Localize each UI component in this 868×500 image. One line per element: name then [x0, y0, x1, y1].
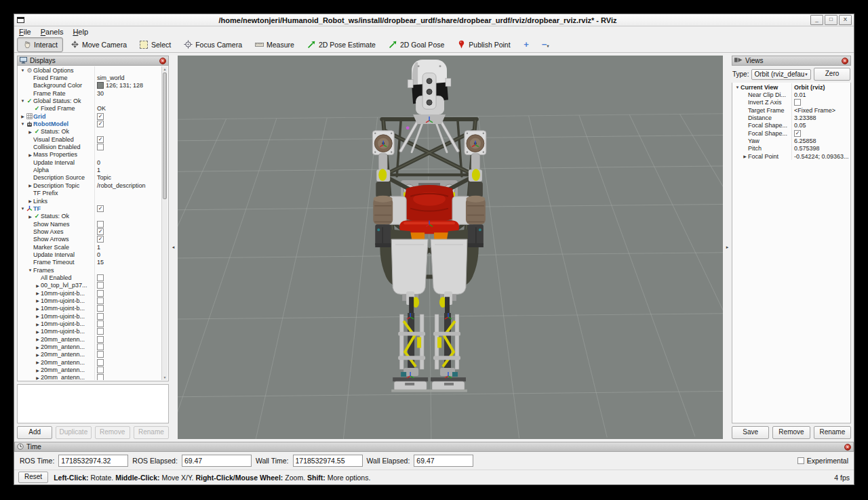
tree-row[interactable]: ▶10mm-ujoint-b...: [18, 297, 162, 304]
menu-item-help[interactable]: Help: [68, 26, 93, 37]
menu-item-panels[interactable]: Panels: [36, 26, 68, 37]
expander-down-icon[interactable]: ▼: [20, 122, 26, 126]
tree-row[interactable]: Update Interval0: [18, 251, 162, 258]
expander-right-icon[interactable]: ▶: [35, 291, 41, 295]
maximize-button[interactable]: □: [825, 15, 837, 25]
expander-right-icon[interactable]: ▶: [35, 337, 41, 341]
tree-row[interactable]: Focal Shape...✓: [733, 129, 850, 137]
checkbox[interactable]: [97, 367, 104, 373]
tree-row[interactable]: ▶Grid✓: [18, 112, 162, 120]
tree-row[interactable]: Description SourceTopic: [18, 174, 162, 182]
tool-goal-pose[interactable]: 2D Goal Pose: [383, 37, 450, 52]
ros-elapsed-input[interactable]: [182, 455, 252, 467]
tree-row[interactable]: ▶Description Topic/robot_description: [18, 182, 162, 189]
tree-row[interactable]: All Enabled: [18, 274, 162, 281]
tree-row[interactable]: ▼TF✓: [18, 205, 162, 212]
expander-down-icon[interactable]: ▼: [20, 99, 26, 103]
views-panel-header[interactable]: Views ✕: [732, 56, 851, 66]
tree-row[interactable]: TF Prefix: [18, 190, 162, 197]
checkbox[interactable]: [97, 144, 104, 150]
expander-down-icon[interactable]: ▼: [20, 68, 26, 72]
add-button[interactable]: Add: [17, 426, 52, 439]
expander-down-icon[interactable]: ▼: [27, 268, 33, 272]
tree-row[interactable]: Invert Z Axis: [733, 99, 850, 106]
tree-row[interactable]: Alpha1: [18, 166, 162, 173]
experimental-checkbox[interactable]: [797, 457, 804, 464]
reset-button[interactable]: Reset: [18, 472, 48, 483]
scroll-up-icon[interactable]: ▲: [162, 66, 167, 72]
collapse-right-icon[interactable]: ▸: [726, 245, 729, 250]
displays-scrollbar[interactable]: ▲ ▼: [161, 66, 167, 380]
tool-focus-camera[interactable]: Focus Camera: [178, 37, 248, 52]
minimize-button[interactable]: _: [810, 15, 823, 25]
checkbox[interactable]: [97, 374, 104, 380]
tree-row[interactable]: ▶20mm_antenn...: [18, 358, 162, 366]
expander-right-icon[interactable]: ▶: [27, 183, 33, 188]
zero-button[interactable]: Zero: [814, 68, 850, 81]
tool-pose-estimate[interactable]: 2D Pose Estimate: [302, 37, 381, 52]
tool-interact[interactable]: Interact: [17, 37, 63, 52]
view-type-dropdown[interactable]: Orbit (rviz_default_ ▼: [751, 69, 811, 80]
checkbox[interactable]: [97, 328, 104, 335]
checkbox[interactable]: [97, 221, 104, 228]
expander-right-icon[interactable]: ▶: [35, 360, 41, 364]
wall-elapsed-input[interactable]: [414, 455, 473, 467]
tree-row[interactable]: ▶10mm-ujoint-b...: [18, 328, 162, 335]
tree-row[interactable]: Frame Rate30: [18, 89, 162, 97]
left-panel-splitter[interactable]: ◂: [169, 56, 178, 439]
tree-row[interactable]: Distance3.23388: [733, 114, 850, 121]
expander-right-icon[interactable]: ▶: [35, 283, 41, 288]
tree-row[interactable]: ▶10mm-ujoint-b...: [18, 305, 162, 312]
tree-row[interactable]: ▶Mass Properties: [18, 151, 162, 159]
expander-right-icon[interactable]: ▶: [20, 114, 26, 119]
collapse-left-icon[interactable]: ◂: [172, 245, 175, 250]
rename-button[interactable]: Rename: [814, 426, 851, 439]
tree-row[interactable]: ▶20mm_antenn...: [18, 366, 162, 373]
checkbox[interactable]: [97, 282, 104, 289]
checkbox[interactable]: [97, 305, 104, 312]
tree-row[interactable]: Show Names: [18, 220, 162, 228]
tree-row[interactable]: ▼✓Global Status: Ok: [18, 97, 162, 104]
tree-row[interactable]: Show Arrows✓: [18, 236, 162, 243]
expander-right-icon[interactable]: ▶: [35, 322, 41, 327]
render-viewport[interactable]: [178, 56, 723, 439]
remove-button[interactable]: Remove: [772, 426, 810, 439]
wall-time-input[interactable]: [293, 455, 363, 467]
scroll-down-icon[interactable]: ▼: [162, 375, 167, 380]
tree-row[interactable]: Near Clip Di...0.01: [733, 91, 850, 98]
tree-row[interactable]: Yaw6.25858: [733, 137, 850, 144]
tree-row[interactable]: ▼⚙Global Options: [18, 66, 162, 74]
tool-move-camera[interactable]: Move Camera: [65, 37, 132, 52]
checkbox[interactable]: ✓: [97, 236, 104, 243]
time-panel-header[interactable]: Time ✕: [14, 442, 854, 452]
expander-right-icon[interactable]: ▶: [27, 214, 33, 219]
expander-right-icon[interactable]: ▶: [35, 345, 41, 350]
ros-time-input[interactable]: [58, 455, 128, 467]
close-button[interactable]: X: [839, 15, 852, 25]
expander-right-icon[interactable]: ▶: [742, 154, 748, 159]
expander-down-icon[interactable]: ▼: [20, 207, 26, 211]
expander-right-icon[interactable]: ▶: [35, 298, 41, 303]
tree-row[interactable]: Visual Enabled✓: [18, 136, 162, 143]
tree-row[interactable]: ▼Current ViewOrbit (rviz): [733, 83, 850, 91]
checkbox[interactable]: [97, 343, 104, 350]
expander-right-icon[interactable]: ▶: [35, 375, 41, 380]
tree-row[interactable]: Target Frame<Fixed Frame>: [733, 106, 850, 114]
title-bar[interactable]: /home/newtonjeri/Humanoid_Robot_ws/insta…: [14, 14, 854, 26]
checkbox[interactable]: ✓: [794, 130, 801, 137]
expander-right-icon[interactable]: ▶: [35, 368, 41, 373]
expander-right-icon[interactable]: ▶: [35, 314, 41, 318]
checkbox[interactable]: ✓: [97, 113, 104, 120]
checkbox[interactable]: ✓: [97, 136, 104, 143]
tool-measure[interactable]: Measure: [250, 37, 300, 52]
tree-row[interactable]: ▶10mm-ujoint-b...: [18, 312, 162, 320]
expander-right-icon[interactable]: ▶: [35, 306, 41, 311]
tree-row[interactable]: Frame Timeout15: [18, 259, 162, 266]
checkbox[interactable]: [97, 351, 104, 358]
displays-close-icon[interactable]: ✕: [159, 58, 166, 64]
expander-down-icon[interactable]: ▼: [734, 85, 741, 89]
checkbox[interactable]: ✓: [97, 121, 104, 127]
tree-row[interactable]: Update Interval0: [18, 159, 162, 166]
tree-row[interactable]: ▶00_top_lvl_p37...: [18, 282, 162, 289]
tree-row[interactable]: ▶✓Status: Ok: [18, 213, 162, 220]
